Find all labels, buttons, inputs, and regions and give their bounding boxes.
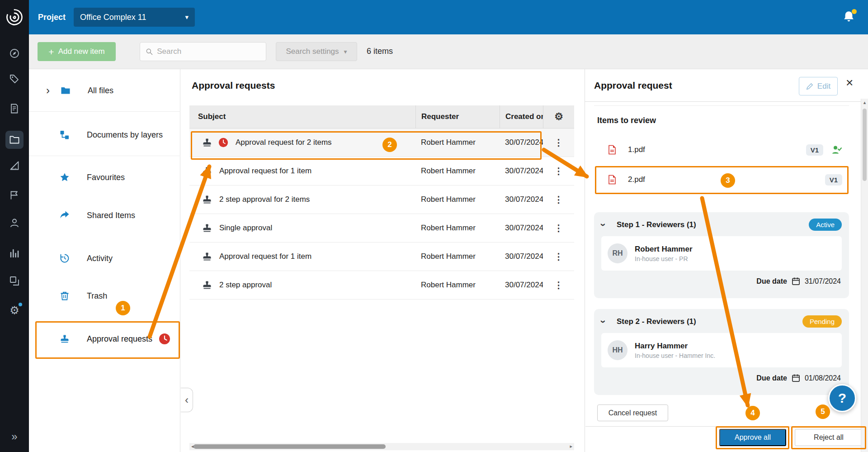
settings-icon[interactable]: ⚙ [5, 301, 24, 319]
reject-all-button[interactable]: Reject all [795, 429, 863, 446]
search-icon [146, 48, 153, 56]
collapse-panel-handle[interactable]: ‹ [180, 388, 193, 412]
header-divider [585, 101, 861, 102]
row-menu-button[interactable]: ⋮ [554, 280, 563, 290]
contacts-icon[interactable] [5, 214, 24, 232]
stamp-icon [202, 195, 212, 205]
project-selector[interactable]: Office Complex 11 ▾ [74, 8, 195, 27]
sidebar-item-favourites[interactable]: Favourites [29, 165, 180, 190]
chevron-right-icon[interactable]: › [46, 85, 53, 96]
edit-label: Edit [817, 82, 830, 91]
table-row[interactable]: 2 step approval for 2 items Robert Hamme… [189, 186, 574, 214]
table-settings-gear-icon[interactable]: ⚙ [554, 112, 563, 122]
sidebar-item-shared-items[interactable]: Shared Items [29, 203, 180, 228]
document-register-icon[interactable] [5, 100, 24, 118]
step-header[interactable]: › Step 1 - Reviewers (1) Active [601, 219, 842, 231]
due-date-row: Due date 01/08/2024 [601, 374, 842, 382]
review-item-row[interactable]: 1.pdf V1 [594, 138, 849, 162]
tree-divider [29, 156, 180, 156]
map-flag-icon[interactable] [5, 186, 24, 204]
tree-divider [29, 111, 180, 112]
app-logo[interactable] [0, 0, 29, 34]
folder-icon [61, 86, 71, 95]
due-date-label: Due date [756, 277, 787, 285]
search-settings-button[interactable]: Search settings ▾ [276, 42, 357, 61]
scrollbar-thumb[interactable] [193, 444, 386, 449]
notification-dot [852, 9, 857, 14]
table-row[interactable]: 2 step approval Robert Hammer 30/07/2024… [189, 271, 574, 300]
row-menu-button[interactable]: ⋮ [554, 166, 563, 176]
table-row[interactable]: Approval request for 2 items Robert Hamm… [189, 128, 574, 157]
column-header-created[interactable]: Created on [500, 105, 543, 128]
table-row[interactable]: Single approval Robert Hammer 30/07/2024… [189, 214, 574, 243]
app-window: ⚙ » Project Office Complex 11 ▾ + Add ne… [0, 0, 868, 452]
content-divider [594, 105, 849, 106]
pdf-file-icon [607, 175, 617, 185]
caret-down-icon: ▾ [344, 48, 347, 55]
tags-icon[interactable] [5, 70, 24, 88]
row-created-date: 30/07/2024 [500, 281, 543, 290]
pdf-file-icon [607, 145, 617, 155]
row-menu-button[interactable]: ⋮ [554, 223, 563, 233]
search-input[interactable] [157, 47, 260, 56]
sidebar-item-label: Shared Items [87, 211, 135, 220]
sidebar-item-approval-requests[interactable]: Approval requests [29, 326, 180, 352]
row-subject: Single approval [219, 224, 272, 233]
scrollbar-thumb[interactable] [863, 109, 867, 181]
add-new-item-button[interactable]: + Add new item [38, 42, 116, 61]
due-date-value: 31/07/2024 [805, 277, 841, 285]
row-menu-button[interactable]: ⋮ [554, 137, 563, 148]
due-date-value: 01/08/2024 [805, 374, 841, 382]
pencil-icon [806, 82, 814, 90]
table-header: Subject Requester Created on ⚙ [189, 105, 574, 128]
items-to-review-heading: Items to review [597, 116, 656, 125]
files-icon[interactable] [5, 131, 24, 149]
column-header-subject[interactable]: Subject [189, 105, 415, 128]
pending-approvals-clock-badge [159, 333, 170, 345]
question-mark-icon: ? [838, 390, 846, 406]
reviewer-card: RH Robert Hammer In-house user - PR [601, 236, 842, 271]
expand-rail-button[interactable]: » [0, 430, 29, 443]
vertical-scrollbar[interactable]: ▴ [861, 99, 868, 452]
approve-all-button[interactable]: Approve all [719, 429, 786, 446]
column-header-requester[interactable]: Requester [415, 105, 500, 128]
pending-clock-icon [218, 138, 228, 147]
scroll-right-icon[interactable]: ▸ [570, 443, 572, 449]
close-icon[interactable]: × [846, 76, 853, 89]
edit-button[interactable]: Edit [799, 77, 838, 95]
sidebar-item-trash[interactable]: Trash [29, 283, 180, 309]
reviewer-approved-icon [831, 145, 842, 155]
dashboard-icon[interactable] [5, 44, 24, 62]
review-item-row[interactable]: 2.pdf V1 [594, 167, 849, 192]
measure-icon[interactable] [5, 157, 24, 175]
horizontal-scrollbar[interactable]: ◂ ▸ [189, 443, 574, 450]
sidebar-item-activity[interactable]: Activity [29, 246, 180, 271]
table-row[interactable]: Approval request for 1 item Robert Hamme… [189, 157, 574, 186]
chevron-down-icon[interactable]: › [601, 317, 611, 327]
reports-icon[interactable] [5, 244, 24, 262]
scroll-up-icon[interactable]: ▴ [861, 100, 868, 105]
file-name: 1.pdf [628, 145, 645, 154]
layers-hierarchy-icon [60, 130, 70, 140]
cancel-request-button[interactable]: Cancel request [597, 404, 668, 421]
packages-icon[interactable] [5, 272, 24, 290]
row-requester: Robert Hammer [415, 167, 500, 176]
version-badge: V1 [806, 144, 823, 156]
approval-request-detail-panel: Approval request Edit × Items to review … [585, 69, 868, 452]
help-button[interactable]: ? [828, 384, 856, 412]
row-menu-button[interactable]: ⋮ [554, 251, 563, 262]
step-header[interactable]: › Step 2 - Reviewers (1) Pending [601, 315, 842, 328]
project-label: Project [38, 13, 66, 22]
row-menu-button[interactable]: ⋮ [554, 194, 563, 205]
notifications-button[interactable] [843, 10, 856, 24]
project-selector-value: Office Complex 11 [80, 13, 146, 22]
sidebar-item-all-files[interactable]: › All files [29, 78, 180, 103]
chevron-down-icon[interactable]: › [601, 220, 611, 230]
star-icon [60, 172, 70, 182]
row-subject: 2 step approval [219, 281, 272, 290]
sidebar-item-documents-by-layers[interactable]: Documents by layers [29, 122, 180, 147]
table-row[interactable]: Approval request for 1 item Robert Hamme… [189, 243, 574, 271]
file-name: 2.pdf [628, 175, 645, 184]
calendar-icon [792, 277, 800, 285]
sidebar-item-label: Activity [87, 254, 113, 263]
